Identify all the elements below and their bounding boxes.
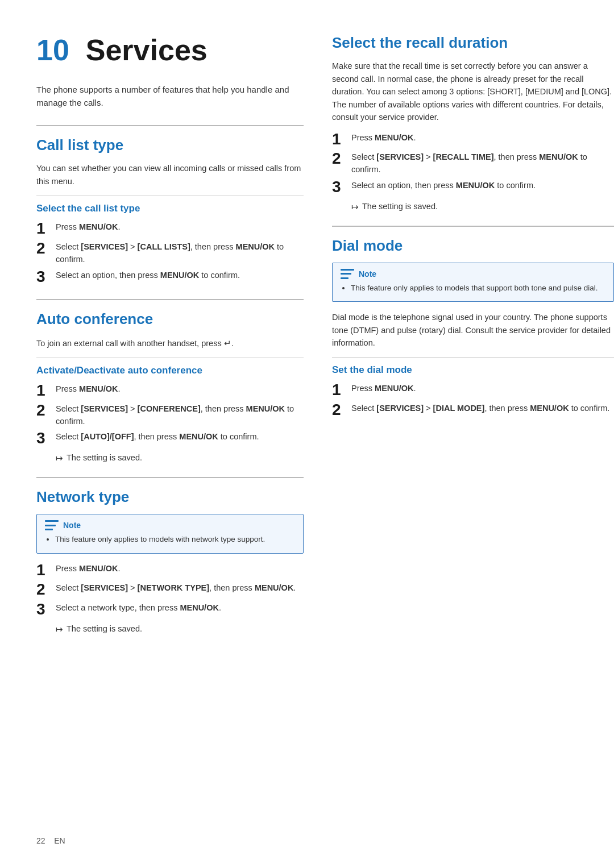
note-text-item: This feature only applies to models with… (55, 534, 295, 545)
chapter-intro: The phone supports a number of features … (36, 84, 304, 109)
recall-steps: 1 Press MENU/OK. 2 Select [SERVICES] > [… (332, 132, 614, 196)
divider-auto-conference (36, 299, 304, 300)
step-text-3: Select an option, then press MENU/OK to … (56, 269, 304, 282)
step-text-2: Select [SERVICES] > [CALL LISTS], then p… (56, 241, 304, 266)
section-call-list-type: Call list type You can set whether you c… (36, 136, 304, 285)
net-step-num-1: 1 (36, 562, 56, 579)
call-list-type-intro: You can set whether you can view all inc… (36, 162, 304, 188)
network-step-2: 2 Select [SERVICES] > [NETWORK TYPE], th… (36, 582, 304, 599)
dial-note-header: Note (341, 269, 605, 279)
conf-step-num-1: 1 (36, 382, 56, 400)
dial-note-icon (341, 269, 354, 279)
step-num-3: 3 (36, 268, 56, 286)
left-column: 10 Services The phone supports a number … (36, 34, 326, 834)
dial-note-label: Note (359, 269, 376, 279)
return-arrow-icon: ↵ (224, 337, 231, 350)
result-arrow-icon: ↦ (56, 453, 63, 463)
dial-step-text-1: Press MENU/OK. (351, 383, 614, 395)
dial-step-num-2: 2 (332, 401, 351, 419)
note-icon-line-2 (45, 525, 56, 526)
conference-step-2: 2 Select [SERVICES] > [CONFERENCE], then… (36, 403, 304, 428)
divider-call-list (36, 125, 304, 126)
recall-step-2: 2 Select [SERVICES] > [RECALL TIME], the… (332, 151, 614, 176)
dial-mode-steps: 1 Press MENU/OK. 2 Select [SERVICES] > [… (332, 383, 614, 419)
chapter-title: 10 Services (36, 34, 304, 67)
conf-step-text-2: Select [SERVICES] > [CONFERENCE], then p… (56, 403, 304, 428)
recall-duration-intro: Make sure that the recall time is set co… (332, 60, 614, 123)
net-step-text-1: Press MENU/OK. (56, 563, 304, 575)
dial-note-text: This feature only applies to models that… (341, 283, 605, 294)
dial-mode-note: Note This feature only applies to models… (332, 263, 614, 302)
recall-step-num-2: 2 (332, 150, 351, 168)
divider-set-dial-mode (332, 357, 614, 358)
dial-mode-intro: Dial mode is the telephone signal used i… (332, 311, 614, 349)
section-recall-duration: Select the recall duration Make sure tha… (332, 34, 614, 212)
network-step-1: 1 Press MENU/OK. (36, 563, 304, 579)
section-network-type: Network type Note This feature only appl… (36, 488, 304, 634)
dial-step-num-1: 1 (332, 381, 351, 399)
dial-step-1: 1 Press MENU/OK. (332, 383, 614, 399)
conference-step-3: 3 Select [AUTO]/[OFF], then press MENU/O… (36, 431, 304, 447)
net-step-num-3: 3 (36, 601, 56, 618)
recall-step-3: 3 Select an option, then press MENU/OK t… (332, 180, 614, 196)
language-code: EN (54, 836, 65, 845)
recall-step-text-3: Select an option, then press MENU/OK to … (351, 180, 614, 192)
right-column: Select the recall duration Make sure tha… (326, 34, 614, 834)
step-num-2: 2 (36, 240, 56, 258)
call-list-step-3: 3 Select an option, then press MENU/OK t… (36, 269, 304, 286)
divider-activate-conference (36, 358, 304, 358)
divider-network-type (36, 477, 304, 478)
recall-step-text-1: Press MENU/OK. (351, 132, 614, 144)
select-call-list-heading: Select the call list type (36, 203, 304, 214)
note-icon-line-3 (45, 529, 53, 530)
dial-step-text-2: Select [SERVICES] > [DIAL MODE], then pr… (351, 402, 614, 415)
chapter-number: 10 (36, 34, 69, 67)
dial-note-icon-line-3 (341, 277, 349, 279)
note-text: This feature only applies to models with… (45, 534, 295, 545)
call-list-type-heading: Call list type (36, 136, 304, 154)
recall-result: ↦ The setting is saved. (351, 202, 614, 212)
network-result: ↦ The setting is saved. (56, 624, 304, 634)
network-result-arrow-icon: ↦ (56, 624, 63, 634)
auto-conference-intro: To join an external call with another ha… (36, 337, 304, 350)
step-num-1: 1 (36, 220, 56, 238)
section-auto-conference: Auto conference To join an external call… (36, 310, 304, 463)
call-list-step-2: 2 Select [SERVICES] > [CALL LISTS], then… (36, 241, 304, 266)
auto-conference-period: . (231, 339, 234, 348)
dial-mode-heading: Dial mode (332, 237, 614, 255)
set-dial-mode-heading: Set the dial mode (332, 364, 614, 376)
note-icon-line-1 (45, 520, 59, 522)
section-dial-mode: Dial mode Note This feature only applies… (332, 237, 614, 419)
recall-duration-heading: Select the recall duration (332, 34, 614, 52)
conference-result-text: The setting is saved. (67, 453, 142, 462)
network-type-heading: Network type (36, 488, 304, 506)
recall-step-num-3: 3 (332, 178, 351, 196)
call-list-step-1: 1 Press MENU/OK. (36, 221, 304, 238)
net-step-text-2: Select [SERVICES] > [NETWORK TYPE], then… (56, 582, 304, 595)
conf-step-text-1: Press MENU/OK. (56, 383, 304, 396)
recall-step-text-2: Select [SERVICES] > [RECALL TIME], then … (351, 151, 614, 176)
network-type-steps: 1 Press MENU/OK. 2 Select [SERVICES] > [… (36, 563, 304, 618)
page-footer: 22 EN (36, 836, 65, 845)
recall-result-text: The setting is saved. (362, 202, 438, 211)
note-label: Note (63, 521, 81, 530)
chapter-title-text: Services (86, 34, 208, 67)
network-result-text: The setting is saved. (67, 624, 142, 633)
auto-conference-steps: 1 Press MENU/OK. 2 Select [SERVICES] > [… (36, 383, 304, 447)
recall-result-arrow-icon: ↦ (351, 202, 359, 212)
dial-note-icon-line-2 (341, 273, 351, 275)
call-list-steps: 1 Press MENU/OK. 2 Select [SERVICES] > [… (36, 221, 304, 285)
page-number: 22 (36, 836, 45, 845)
conference-step-1: 1 Press MENU/OK. (36, 383, 304, 400)
auto-conference-intro-text: To join an external call with another ha… (36, 339, 222, 348)
divider-dial-mode (332, 226, 614, 227)
divider-select-call-list (36, 196, 304, 196)
recall-step-num-1: 1 (332, 131, 351, 148)
network-step-3: 3 Select a network type, then press MENU… (36, 602, 304, 618)
conference-result: ↦ The setting is saved. (56, 453, 304, 463)
note-header: Note (45, 520, 295, 530)
network-type-note: Note This feature only applies to models… (36, 514, 304, 553)
net-step-text-3: Select a network type, then press MENU/O… (56, 602, 304, 614)
conf-step-num-2: 2 (36, 402, 56, 420)
conf-step-num-3: 3 (36, 430, 56, 447)
